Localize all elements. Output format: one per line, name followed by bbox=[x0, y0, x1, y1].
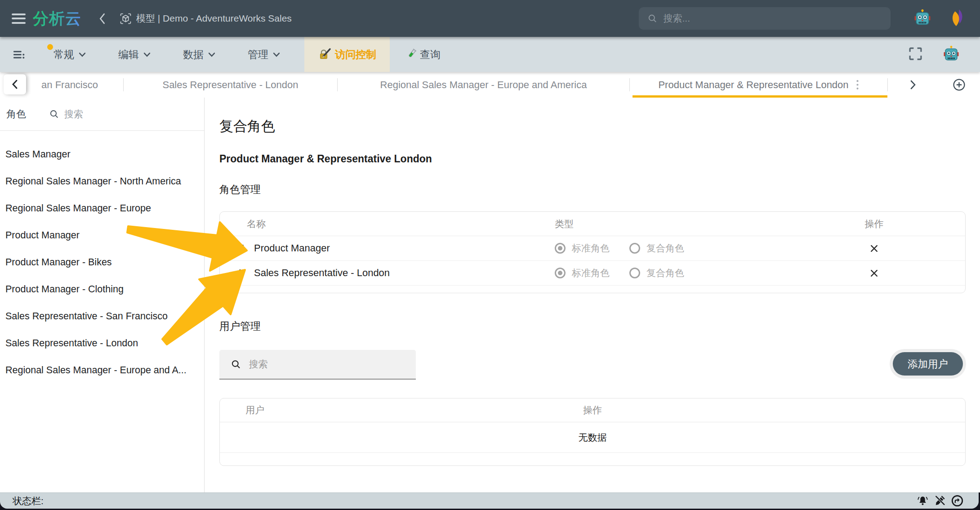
tab-scroll-left-button[interactable] bbox=[4, 74, 26, 94]
model-icon bbox=[120, 13, 132, 25]
tab-label: an Francisco bbox=[41, 79, 98, 91]
menu-general-label: 常规 bbox=[53, 48, 74, 62]
radio-icon[interactable] bbox=[555, 268, 566, 278]
tab-label: Product Manager & Representative London bbox=[658, 79, 848, 91]
role-list-item[interactable]: Regional Sales Manager - Europe bbox=[0, 195, 204, 222]
query-label: 查询 bbox=[420, 48, 441, 62]
search-icon bbox=[49, 109, 59, 119]
radio-standard-role[interactable]: 标准角色 bbox=[555, 242, 610, 255]
drag-handle-icon[interactable] bbox=[239, 269, 244, 277]
menu-manage[interactable]: 管理 bbox=[232, 37, 296, 72]
fullscreen-icon[interactable] bbox=[909, 47, 922, 63]
radio-icon[interactable] bbox=[629, 243, 640, 254]
delete-icon bbox=[870, 269, 878, 277]
global-search-input[interactable] bbox=[664, 13, 882, 24]
tab-label: Sales Representative - London bbox=[162, 79, 298, 91]
global-search bbox=[639, 7, 891, 30]
menu-icon[interactable] bbox=[12, 11, 26, 26]
chevron-down-icon bbox=[79, 52, 86, 57]
member-role-name: Sales Representative - London bbox=[254, 267, 390, 279]
brand-flame-icon[interactable] bbox=[950, 9, 964, 29]
radio-icon[interactable] bbox=[555, 243, 566, 254]
user-table-header: 操作 用户 bbox=[220, 398, 965, 422]
menu-general[interactable]: 常规 bbox=[37, 37, 102, 72]
tab-product-manager-rep-london-active[interactable]: Product Manager & Representative London bbox=[630, 72, 887, 98]
add-user-button[interactable]: 添加用户 bbox=[893, 352, 963, 376]
composite-role-name: Product Manager & Representative London bbox=[219, 152, 966, 166]
user-search-input[interactable] bbox=[249, 359, 404, 370]
app-window: 分析云 模型 | Demo - AdventureWorks Sales bbox=[0, 0, 980, 510]
role-table-header: 名称 类型 操作 bbox=[220, 212, 965, 236]
add-tab-icon bbox=[952, 78, 966, 92]
add-tab-button[interactable] bbox=[938, 72, 980, 98]
sidebar-title: 角色 bbox=[6, 107, 26, 121]
back-button[interactable] bbox=[92, 13, 112, 25]
column-header-type: 类型 bbox=[531, 218, 848, 230]
role-list-item[interactable]: Product Manager - Bikes bbox=[0, 249, 204, 276]
radio-composite-role[interactable]: 复合角色 bbox=[629, 242, 684, 255]
app-logo: 分析云 bbox=[33, 8, 81, 29]
table-row: Sales Representative - London 标准角色 复合角色 bbox=[220, 261, 965, 286]
menu-edit-label: 编辑 bbox=[118, 48, 139, 62]
top-bar: 分析云 模型 | Demo - AdventureWorks Sales bbox=[0, 0, 980, 37]
user-table: 操作 用户 无数据 bbox=[219, 398, 966, 466]
radio-standard-role[interactable]: 标准角色 bbox=[555, 267, 610, 279]
role-table: 名称 类型 操作 Product Manager bbox=[219, 211, 966, 293]
roles-sidebar: 角色 Sales Manager Regional Sales Manager … bbox=[0, 98, 205, 492]
tab-sales-rep-london[interactable]: Sales Representative - London bbox=[124, 72, 337, 98]
tab-scroll-left-icon bbox=[11, 79, 18, 89]
tab-label: Regional Sales Manager - Europe and Amer… bbox=[380, 79, 587, 91]
tab-regional-sales-manager[interactable]: Regional Sales Manager - Europe and Amer… bbox=[338, 72, 629, 98]
bell-icon[interactable] bbox=[917, 495, 928, 506]
chevron-down-icon bbox=[143, 52, 151, 57]
redirect-icon[interactable] bbox=[951, 495, 963, 507]
tab-scroll-right-button[interactable] bbox=[888, 72, 938, 98]
radio-composite-role[interactable]: 复合角色 bbox=[629, 267, 684, 279]
menu-manage-label: 管理 bbox=[248, 48, 268, 62]
model-title: 模型 | Demo - AdventureWorks Sales bbox=[136, 12, 292, 25]
access-control-button[interactable]: 访问控制 bbox=[304, 37, 390, 72]
role-list-item[interactable]: Sales Representative - London bbox=[0, 330, 204, 357]
back-icon bbox=[98, 13, 106, 25]
access-control-label: 访问控制 bbox=[335, 48, 376, 62]
radio-icon[interactable] bbox=[629, 268, 640, 278]
sidebar-search bbox=[49, 109, 198, 120]
view-list-icon[interactable] bbox=[13, 37, 26, 72]
role-list-item[interactable]: Regional Sales Manager - North America bbox=[0, 168, 204, 195]
edit-disabled-icon[interactable] bbox=[934, 495, 945, 506]
chevron-down-icon bbox=[208, 52, 215, 57]
drag-handle-icon[interactable] bbox=[239, 244, 244, 252]
role-management-heading: 角色管理 bbox=[219, 183, 966, 196]
column-header-action: 操作 bbox=[848, 218, 900, 230]
role-list-item[interactable]: Sales Manager bbox=[0, 141, 204, 168]
chevron-down-icon bbox=[273, 52, 280, 57]
notification-dot bbox=[47, 44, 53, 50]
user-search bbox=[219, 350, 416, 380]
radio-label: 标准角色 bbox=[572, 267, 610, 279]
assistant-robot-icon[interactable] bbox=[914, 9, 931, 28]
radio-label: 复合角色 bbox=[646, 267, 684, 279]
search-icon bbox=[648, 13, 657, 23]
assistant-robot-icon[interactable] bbox=[943, 45, 959, 63]
column-header-name: 名称 bbox=[220, 218, 531, 230]
remove-role-button[interactable] bbox=[870, 269, 878, 277]
tab-bar: an Francisco Sales Representative - Lond… bbox=[0, 72, 980, 98]
remove-role-button[interactable] bbox=[870, 244, 878, 253]
role-list-item[interactable]: Product Manager bbox=[0, 222, 204, 249]
query-button[interactable]: 查询 bbox=[390, 37, 456, 72]
role-list-item[interactable]: Regional Sales Manager - Europe and A... bbox=[0, 357, 204, 384]
tab-scroll-right-icon bbox=[910, 80, 916, 90]
member-role-name: Product Manager bbox=[254, 242, 330, 254]
menu-data[interactable]: 数据 bbox=[167, 37, 232, 72]
sidebar-search-input[interactable] bbox=[64, 109, 198, 120]
role-list-item[interactable]: Product Manager - Clothing bbox=[0, 276, 204, 303]
role-list-item[interactable]: Sales Representative - San Francisco bbox=[0, 303, 204, 330]
status-label: 状态栏: bbox=[13, 495, 44, 507]
table-row: Product Manager 标准角色 复合角色 bbox=[220, 236, 965, 261]
column-header-action: 操作 bbox=[220, 404, 965, 416]
menu-edit[interactable]: 编辑 bbox=[102, 37, 167, 72]
status-bar: 状态栏: bbox=[0, 492, 979, 509]
radio-label: 标准角色 bbox=[572, 242, 610, 255]
user-management-heading: 用户管理 bbox=[219, 319, 966, 333]
tab-menu-icon[interactable] bbox=[856, 80, 859, 90]
